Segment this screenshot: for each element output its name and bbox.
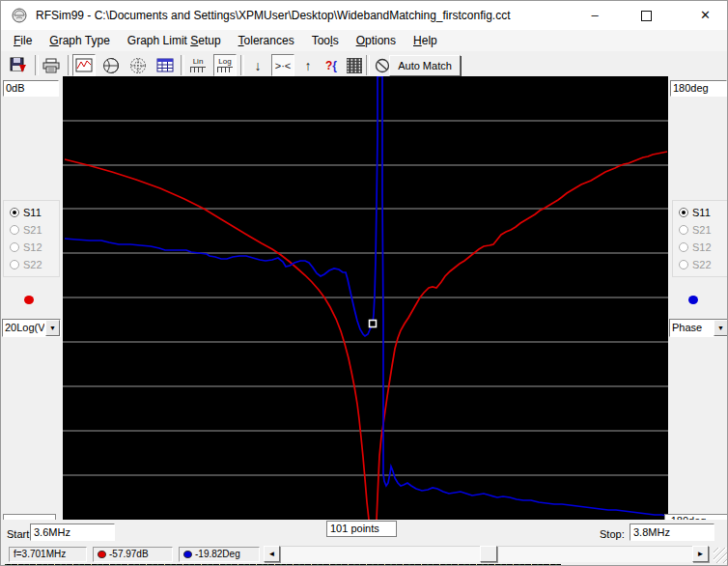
table-icon <box>156 58 174 72</box>
menu-file[interactable]: File <box>5 30 41 51</box>
radio-label: S21 <box>692 224 712 236</box>
radio-s21: S21 <box>10 222 42 238</box>
menu-tools[interactable]: Tools <box>303 30 348 51</box>
component-values-button[interactable]: ?{ <box>320 54 343 76</box>
polar-chart-icon <box>129 57 147 74</box>
radio-s11[interactable]: S11 <box>10 205 42 220</box>
radio-s11[interactable]: S11 <box>679 205 711 220</box>
radio-circle-icon <box>679 242 688 252</box>
shift-down-button[interactable]: ↓ <box>246 54 269 76</box>
right-top-limit-box[interactable]: 180deg <box>670 80 727 97</box>
radio-s12: S12 <box>10 240 42 255</box>
radio-circle-icon <box>10 260 19 269</box>
graph-svg[interactable] <box>63 76 668 520</box>
log-label: Log <box>218 58 231 66</box>
arrow-up-icon: ↑ <box>305 59 312 72</box>
points-input[interactable]: 101 points <box>326 521 397 537</box>
table-button[interactable] <box>154 54 177 76</box>
radio-label: S11 <box>692 207 711 218</box>
close-button[interactable]: ✕ <box>682 1 728 30</box>
toolbar-separator <box>35 55 39 75</box>
window-title: RFSim99 - C:\Documents and Settings\XPMU… <box>36 1 511 30</box>
arrow-down-icon: ↓ <box>255 59 262 72</box>
marker-db-value: -57.97dB <box>109 548 149 561</box>
resize-grip[interactable] <box>714 548 728 563</box>
minimize-button[interactable]: – <box>574 1 616 30</box>
linear-scale-button[interactable]: Lin <box>186 54 210 76</box>
stop-frequency-input[interactable]: 3.8MHz <box>630 524 714 541</box>
app-icon <box>12 8 27 23</box>
menu-graph-limit-setup[interactable]: Graph Limit Setup <box>119 30 230 51</box>
radio-label: S12 <box>692 241 712 253</box>
toolbar: Lin Log ↓ >·< ↑ ?{ <box>1 51 728 79</box>
right-trace-color-dot <box>688 296 698 304</box>
menu-graph-type[interactable]: Graph Type <box>41 30 119 51</box>
save-button[interactable] <box>7 54 30 76</box>
red-trace-dot-icon <box>98 551 106 558</box>
radio-label: S22 <box>23 259 42 270</box>
marker-frequency-value: f=3.701MHz <box>14 548 66 561</box>
menu-tolerances[interactable]: Tolerances <box>230 30 303 51</box>
narrow-span-icon: >·< <box>275 59 292 72</box>
right-scale-combobox[interactable]: Phase ▼ <box>669 319 728 337</box>
marker-scrollbar-thumb[interactable] <box>480 546 497 562</box>
smith-chart-icon <box>102 57 120 74</box>
left-top-limit-box[interactable]: 0dB <box>3 80 59 97</box>
toolbar-separator <box>240 55 244 75</box>
floppy-export-icon <box>10 57 27 73</box>
smith-chart-button[interactable] <box>99 54 123 76</box>
narrow-span-button[interactable]: >·< <box>271 54 294 76</box>
linear-ruler-icon <box>190 67 206 72</box>
lin-label: Lin <box>193 58 204 66</box>
start-label: Start: <box>7 528 32 540</box>
no-entry-icon <box>375 58 390 73</box>
left-scale-combobox[interactable]: 20Log(V) ▼ <box>2 319 61 337</box>
frequency-marker[interactable] <box>370 321 377 327</box>
marker-frequency-panel: f=3.701MHz <box>9 547 87 562</box>
chevron-down-icon[interactable]: ▼ <box>714 320 728 336</box>
scroll-right-button[interactable]: ► <box>692 546 709 562</box>
menu-help[interactable]: Help <box>405 30 446 51</box>
toolbar-separator <box>68 55 71 75</box>
chevron-down-icon[interactable]: ▼ <box>45 320 60 336</box>
print-button[interactable] <box>40 54 63 76</box>
stop-label: Stop: <box>600 528 625 540</box>
radio-s22: S22 <box>679 257 712 272</box>
marker-db-panel: -57.97dB <box>93 547 173 562</box>
left-scale-value: 20Log(V) <box>5 321 44 335</box>
menu-options[interactable]: Options <box>348 30 405 51</box>
noise-analysis-button[interactable] <box>343 54 366 76</box>
question-brace-icon: ?{ <box>325 59 337 72</box>
minimize-icon: – <box>591 8 598 22</box>
radio-label: S11 <box>23 207 42 218</box>
start-frequency-input[interactable]: 3.6MHz <box>30 524 115 541</box>
toolbar-separator <box>181 55 184 75</box>
scroll-left-button[interactable]: ◄ <box>264 546 280 562</box>
radio-circle-icon[interactable] <box>10 208 19 217</box>
close-icon: ✕ <box>700 8 711 22</box>
titlebar: RFSim99 - C:\Documents and Settings\XPMU… <box>1 1 728 30</box>
menubar: FileGraph TypeGraph Limit SetupTolerance… <box>1 30 728 51</box>
rectangular-graph-button[interactable] <box>72 54 96 76</box>
radio-circle-icon <box>679 225 688 235</box>
graph-icon <box>75 58 93 72</box>
radio-circle-icon <box>10 242 19 252</box>
printer-icon <box>42 58 60 73</box>
marker-degrees-value: -19.82Deg <box>195 548 240 561</box>
log-ruler-icon <box>217 67 233 72</box>
rfsim99-window: RFSim99 - C:\Documents and Settings\XPMU… <box>0 0 728 566</box>
log-scale-button[interactable]: Log <box>213 54 237 76</box>
radio-label: S22 <box>692 259 712 270</box>
radio-s21: S21 <box>679 222 712 238</box>
blue-trace-dot-icon <box>183 551 192 558</box>
marker-degrees-panel: -19.82Deg <box>179 547 260 562</box>
maximize-icon <box>641 11 652 21</box>
maximize-button[interactable] <box>625 1 667 30</box>
radio-label: S21 <box>23 224 42 236</box>
radio-circle-icon <box>10 225 19 235</box>
polar-chart-button[interactable] <box>126 54 150 76</box>
auto-match-button[interactable]: Auto Match <box>389 55 461 76</box>
radio-circle-icon[interactable] <box>679 208 688 217</box>
radio-label: S12 <box>23 241 42 253</box>
shift-up-button[interactable]: ↑ <box>296 54 320 76</box>
